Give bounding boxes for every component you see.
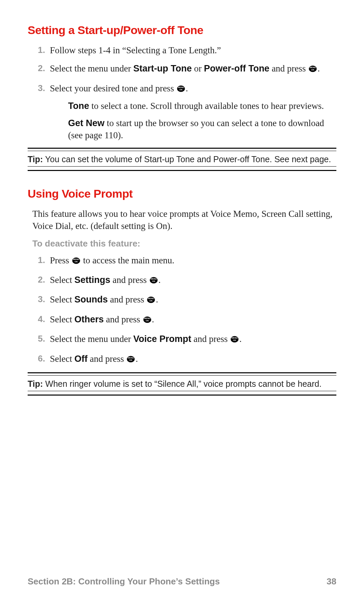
step: 2. Select the menu under Start-up Tone o… [46,62,336,76]
divider [28,151,336,151]
step-text: Select [50,294,74,305]
step-text: and press [88,354,126,364]
step-text: Select the menu under [50,334,133,344]
step-text: Select your desired tone and press [50,83,176,93]
menu-ok-icon [146,295,156,307]
divider [28,391,336,391]
step-text: and press [191,334,230,344]
heading-voice-prompt: Using Voice Prompt [28,187,336,200]
tip-box: Tip: You can set the volume of Start-up … [28,154,336,164]
step-text: . [152,314,154,324]
steps-startup-tone: 1. Follow steps 1-4 in “Selecting a Tone… [28,44,336,142]
bold-term: Start-up Tone [133,63,191,74]
step-text: to access the main menu. [81,255,174,265]
intro-paragraph: This feature allows you to hear voice pr… [28,208,336,232]
step-text: Select [50,275,74,285]
step-number: 5. [33,333,45,345]
step-text: . [186,83,188,93]
step: 4. Select Others and press . [46,313,336,327]
step-text: Select [50,314,74,324]
bold-term: Get New [68,118,104,128]
bold-term: Sounds [74,294,108,305]
step: 3. Select Sounds and press . [46,293,336,307]
tip-box: Tip: When ringer volume is set to “Silen… [28,379,336,389]
step-sublist: Tone to select a tone. Scroll through av… [68,100,336,141]
divider [28,166,336,167]
sub-item: Get New to start up the browser so you c… [68,117,336,142]
menu-ok-icon [143,315,152,327]
menu-ok-icon [126,354,135,366]
tip-label: Tip: [28,154,43,164]
divider [28,395,336,396]
step-text: Select [50,354,74,364]
subheading-deactivate: To deactivate this feature: [32,238,336,249]
menu-ok-icon [149,275,158,287]
step-text: and press [108,294,147,305]
sub-item: Tone to select a tone. Scroll through av… [68,100,336,112]
tip-text: When ringer volume is set to “Silence Al… [43,379,322,388]
menu-ok-icon [176,84,186,96]
divider [28,372,336,373]
step-text: . [156,294,158,305]
bold-term: Settings [74,275,111,285]
sub-text: to select a tone. Scroll through availab… [89,101,324,111]
step-text: and press [110,275,149,285]
step: 5. Select the menu under Voice Prompt an… [46,333,336,346]
heading-startup-tone: Setting a Start-up/Power-off Tone [28,24,336,37]
step-number: 1. [33,254,45,266]
step: 6. Select Off and press . [46,353,336,366]
tip-text: You can set the volume of Start-up Tone … [43,154,331,164]
document-page: Setting a Start-up/Power-off Tone 1. Fol… [0,0,364,396]
bold-term: Power-off Tone [204,63,269,74]
step-number: 4. [33,313,45,325]
bold-term: Off [74,354,88,364]
step-number: 6. [33,353,45,365]
footer-section-title: Section 2B: Controlling Your Phone’s Set… [28,576,220,587]
step-text: and press [269,63,308,74]
bold-term: Others [74,314,104,324]
step-text: . [239,334,242,344]
page-footer: Section 2B: Controlling Your Phone’s Set… [28,576,336,587]
step-text: or [192,63,204,74]
step-number: 2. [33,274,45,286]
step-text: . [317,63,320,74]
bold-term: Voice Prompt [133,334,191,344]
step: 1. Press to access the main menu. [46,254,336,268]
step-text: Press [50,255,71,265]
step-text: Select the menu under [50,63,133,74]
divider [28,375,336,376]
step-text: Follow steps 1-4 in “Selecting a Tone Le… [50,45,221,55]
step-text: . [158,275,161,285]
step-number: 2. [33,62,45,74]
menu-ok-icon [230,334,239,346]
footer-page-number: 38 [327,576,336,587]
bold-term: Tone [68,101,89,111]
menu-ok-icon [308,64,317,76]
step: 3. Select your desired tone and press . … [46,82,336,142]
tip-label: Tip: [28,379,43,388]
step-number: 3. [33,293,45,305]
menu-ok-icon [71,256,81,268]
step: 2. Select Settings and press . [46,274,336,287]
steps-voice-prompt: 1. Press to access the main menu. 2. Sel… [28,254,336,367]
divider [28,148,336,149]
step-number: 3. [33,82,45,94]
sub-text: to start up the browser so you can selec… [68,118,324,140]
step-number: 1. [33,44,45,56]
step-text: . [135,354,138,364]
divider [28,170,336,171]
step-text: and press [104,314,143,324]
step: 1. Follow steps 1-4 in “Selecting a Tone… [46,44,336,56]
